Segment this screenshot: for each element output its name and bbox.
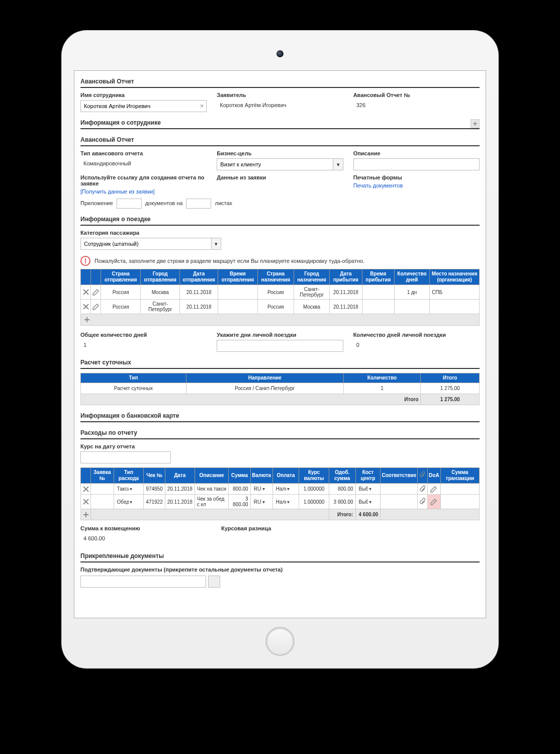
goal-input[interactable] [217,158,333,170]
cell[interactable]: СПБ [430,285,480,300]
perdiem-qty: 1 [343,383,421,394]
app-suffix: листах [215,200,233,206]
column-header: Сумма [229,468,250,484]
attach-icon[interactable] [419,485,427,493]
delete-icon[interactable] [82,288,90,296]
column-header: Направление [186,373,343,383]
table-footer: Итого 1 275.00 [81,394,480,405]
edit-icon[interactable] [430,485,438,493]
add-row-icon[interactable] [82,511,90,519]
cell: 800.00 [329,484,355,495]
cell: 800.00 [229,484,250,495]
rate-input[interactable] [80,451,171,463]
clear-icon[interactable]: × [200,102,204,110]
cell: Россия [257,300,294,314]
cell[interactable]: Выб▾ [355,484,381,495]
cell: 1.000000 [299,484,329,495]
get-request-data-link[interactable]: [Получить данные из заявки] [80,189,154,195]
section-advance-report-2: Авансовый Отчет [80,134,480,146]
print-label: Печатные формы [353,174,480,180]
docs-count-input[interactable] [117,199,142,209]
chevron-down-icon: ▾ [337,161,340,168]
applicant-label: Заявитель [217,92,343,98]
chevron-down-icon[interactable]: ▾ [286,499,297,505]
attachment-input[interactable] [80,576,206,588]
cell: Россия [101,285,141,300]
edit-icon[interactable] [92,288,100,296]
cell [394,300,429,314]
route-table: Страна отправленияГород отправленияДата … [80,269,480,326]
column-header: DoA [428,468,441,484]
desc-input[interactable] [353,158,480,170]
cell[interactable] [430,300,480,314]
tablet-home-button[interactable] [265,627,295,656]
cell: Москва [141,285,180,300]
goal-label: Бизнес-цель [217,150,343,156]
print-documents-link[interactable]: Печать документов [353,182,403,189]
cell [218,285,257,300]
pages-count-input[interactable] [186,199,211,209]
cell[interactable]: Налич▾ [272,484,299,495]
edit-icon[interactable] [430,498,438,506]
attachment-browse-button[interactable] [208,576,220,588]
employee-info-label: Информация о сотруднике [80,119,161,126]
cell [381,495,418,509]
request-data-label: Данные из заявки [217,174,343,180]
link-instruction-label: Используйте ссылку для создания отчета п… [80,174,207,186]
chevron-down-icon[interactable]: ▾ [286,486,297,492]
section-bank-info: Информация о банковской карте [80,410,480,422]
cell[interactable]: Налич▾ [272,495,299,509]
delete-icon[interactable] [82,498,90,506]
report-type-value: Командировочный [80,158,207,170]
section-per-diem: Расчет суточных [80,357,480,369]
column-header: Тип [81,373,186,383]
cell: 20.11.2018 [165,495,195,509]
attachments-sub-label: Подтверждающие документы (прикрепите ост… [80,567,480,573]
section-employee-info: Информация о сотруднике + [80,117,480,129]
passenger-dropdown-button[interactable]: ▾ [211,238,221,250]
chevron-down-icon[interactable]: ▾ [129,486,141,492]
goal-dropdown-button[interactable]: ▾ [333,158,343,170]
column-header: Сумма транзакции [440,468,479,484]
chevron-down-icon[interactable]: ▾ [368,499,378,505]
cell[interactable]: RUB▾ [250,495,272,509]
column-header: Дата отправления [180,269,218,285]
employee-name-input[interactable] [80,100,207,112]
section-advance-report: Авансовый Отчет [80,76,480,88]
chevron-down-icon[interactable]: ▾ [261,499,270,505]
table-row: Такси▾97485020.11.2018Чек на такси800.00… [81,484,480,495]
cell[interactable]: Выб▾ [355,495,381,509]
tablet-frame: Авансовый Отчет Имя сотрудника × Заявите… [61,30,499,669]
chevron-down-icon[interactable]: ▾ [261,486,270,492]
table-row: Расчет суточных Россия / Санкт-Петербург… [81,383,480,394]
warning-text: Пожалуйста, заполните две строки в разде… [95,258,364,264]
cell[interactable]: Такси▾ [114,484,144,495]
delete-icon[interactable] [82,485,90,493]
cell [362,285,394,300]
column-header: Заявка № [91,468,114,484]
column-header: Город назначения [294,269,330,285]
add-row-icon[interactable] [83,316,91,324]
delete-icon[interactable] [82,303,90,311]
cell: Россия [257,285,294,300]
rate-label: Курс на дату отчета [80,443,480,449]
fx-label: Курсовая разница [221,525,480,531]
column-header: Дата прибытия [330,269,362,285]
passenger-input[interactable] [80,238,211,250]
chevron-down-icon[interactable]: ▾ [129,499,141,505]
chevron-down-icon[interactable]: ▾ [368,486,378,492]
perdiem-total: 1 275.00 [421,383,480,394]
cell[interactable]: Обеды▾ [114,495,144,509]
cell [440,495,479,509]
section-trip-info: Информация о поездке [80,214,480,226]
expenses-table: Заявка №Тип расходаЧек №ДатаОписаниеСумм… [80,467,480,520]
expand-icon[interactable]: + [471,119,480,128]
attach-icon[interactable] [419,498,427,506]
personal-count-label: Количество дней личной поездки [353,332,480,338]
personal-days-label: Укажите дни личной поездки [217,332,343,338]
edit-icon[interactable] [92,303,100,311]
personal-days-input[interactable] [217,340,343,352]
cell[interactable]: RUB▾ [250,484,272,495]
reimburse-value: 4 600.00 [80,533,211,545]
column-header: Курс валюты [299,468,329,484]
